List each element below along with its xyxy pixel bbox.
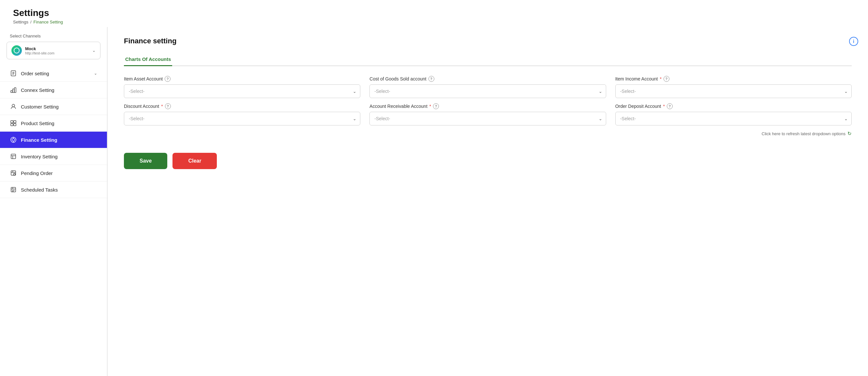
- breadcrumb-current: Finance Setting: [34, 20, 63, 25]
- svg-rect-5: [13, 89, 14, 93]
- channel-url: http://test-site.com: [25, 51, 89, 55]
- select-cost-of-goods[interactable]: -Select-: [369, 84, 606, 98]
- pending-order-icon: [10, 169, 17, 177]
- sidebar-channel-label: Select Channels: [0, 34, 107, 42]
- select-item-asset-account[interactable]: -Select-: [124, 84, 360, 98]
- sidebar-item-label-connex-setting: Connex Setting: [21, 87, 55, 93]
- select-account-receivable[interactable]: -Select-: [369, 112, 606, 126]
- sidebar-item-label-finance-setting: Finance Setting: [21, 137, 57, 143]
- channel-dropdown-arrow: ⌄: [92, 48, 96, 53]
- svg-rect-16: [11, 154, 16, 159]
- channel-selector[interactable]: Mock http://test-site.com ⌄: [6, 42, 100, 59]
- sidebar-item-label-customer-setting: Customer Setting: [21, 104, 59, 109]
- svg-rect-11: [14, 124, 16, 126]
- finance-setting-title: Finance setting: [124, 37, 852, 45]
- form-group-order-deposit: Order Deposit Account * ? -Select- ⌄: [615, 103, 852, 126]
- nav-item-left: Customer Setting: [10, 103, 59, 110]
- help-icon-cost-of-goods[interactable]: ?: [429, 76, 434, 82]
- sidebar-item-finance-setting[interactable]: Finance Setting: [0, 132, 107, 148]
- label-cost-of-goods: Cost of Goods Sold account ?: [369, 76, 606, 82]
- page-title: Settings: [13, 8, 855, 18]
- breadcrumb-root[interactable]: Settings: [13, 20, 28, 25]
- scheduled-tasks-icon: [10, 186, 17, 193]
- sidebar: Select Channels Mock http://test-site.co…: [0, 27, 107, 376]
- help-icon-item-asset[interactable]: ?: [165, 76, 170, 82]
- sidebar-item-connex-setting[interactable]: Connex Setting: [0, 82, 107, 98]
- breadcrumb: Settings / Finance Setting: [13, 20, 855, 25]
- refresh-dropdown-link[interactable]: Click here to refresh latest dropdown op…: [124, 131, 852, 137]
- form-group-account-receivable: Account Receivable Account * ? -Select- …: [369, 103, 606, 126]
- sidebar-item-label-pending-order: Pending Order: [21, 170, 53, 176]
- page-wrapper: Settings Settings / Finance Setting Sele…: [0, 0, 868, 376]
- sidebar-item-product-setting[interactable]: Product Setting: [0, 115, 107, 132]
- top-header: Settings Settings / Finance Setting: [0, 0, 868, 27]
- help-icon-item-income[interactable]: ?: [663, 76, 670, 82]
- help-icon-account-receivable[interactable]: ?: [433, 103, 439, 109]
- svg-rect-8: [11, 121, 13, 123]
- sidebar-item-label-order-setting: Order setting: [21, 71, 49, 76]
- customer-setting-icon: [10, 103, 17, 110]
- info-icon[interactable]: i: [849, 37, 858, 46]
- help-icon-order-deposit[interactable]: ?: [667, 103, 673, 109]
- label-order-deposit: Order Deposit Account * ?: [615, 103, 852, 109]
- select-wrapper-order-deposit: -Select- ⌄: [615, 112, 852, 126]
- sidebar-item-customer-setting[interactable]: Customer Setting: [0, 98, 107, 115]
- channel-name: Mock: [25, 46, 89, 51]
- select-item-income-account[interactable]: -Select-: [615, 84, 852, 98]
- channel-icon: [11, 45, 22, 56]
- select-wrapper-item-income: -Select- ⌄: [615, 84, 852, 98]
- svg-rect-9: [14, 121, 16, 123]
- svg-point-7: [12, 104, 15, 107]
- refresh-icon: ↻: [847, 131, 852, 137]
- sidebar-item-label-product-setting: Product Setting: [21, 121, 55, 126]
- select-order-deposit-account[interactable]: -Select-: [615, 112, 852, 126]
- required-item-income: *: [660, 76, 661, 81]
- save-button[interactable]: Save: [124, 153, 167, 169]
- sidebar-item-label-scheduled-tasks: Scheduled Tasks: [21, 187, 58, 193]
- sidebar-item-inventory-setting[interactable]: Inventory Setting: [0, 148, 107, 165]
- nav-item-left: Pending Order: [10, 169, 53, 177]
- order-setting-chevron: ⌄: [94, 71, 97, 76]
- required-account-receivable: *: [429, 104, 431, 109]
- label-account-receivable: Account Receivable Account * ?: [369, 103, 606, 109]
- select-wrapper-account-receivable: -Select- ⌄: [369, 112, 606, 126]
- sidebar-item-order-setting[interactable]: Order setting ⌄: [0, 65, 107, 82]
- nav-item-left: Finance Setting: [10, 136, 57, 143]
- nav-item-left: Inventory Setting: [10, 153, 58, 160]
- finance-setting-icon: [10, 136, 17, 143]
- svg-point-13: [12, 138, 15, 141]
- nav-item-left: Scheduled Tasks: [10, 186, 58, 193]
- nav-item-left: Connex Setting: [10, 87, 55, 94]
- form-group-discount-account: Discount Account * ? -Select- ⌄: [124, 103, 360, 126]
- tab-charts-of-accounts[interactable]: Charts Of Accounts: [124, 53, 172, 66]
- form-row-1: Item Asset Account ? -Select- ⌄ Cost of …: [124, 76, 852, 98]
- label-discount-account: Discount Account * ?: [124, 103, 360, 109]
- main-content: i Finance setting Charts Of Accounts Ite…: [107, 27, 868, 376]
- select-wrapper-discount: -Select- ⌄: [124, 112, 360, 126]
- nav-item-left: Order setting: [10, 70, 49, 77]
- svg-rect-6: [14, 88, 16, 93]
- nav-item-left: Product Setting: [10, 119, 55, 127]
- breadcrumb-separator: /: [30, 20, 32, 25]
- clear-button[interactable]: Clear: [173, 153, 217, 169]
- label-item-income: Item Income Account * ?: [615, 76, 852, 82]
- svg-rect-4: [11, 91, 12, 93]
- sidebar-item-pending-order[interactable]: Pending Order: [0, 165, 107, 181]
- connex-setting-icon: [10, 87, 17, 94]
- required-order-deposit: *: [663, 104, 665, 109]
- refresh-text: Click here to refresh latest dropdown op…: [762, 131, 845, 136]
- sidebar-item-label-inventory-setting: Inventory Setting: [21, 154, 58, 159]
- select-wrapper-cost-of-goods: -Select- ⌄: [369, 84, 606, 98]
- tabs-bar: Charts Of Accounts: [124, 53, 852, 66]
- order-setting-icon: [10, 70, 17, 77]
- form-group-item-income: Item Income Account * ? -Select- ⌄: [615, 76, 852, 98]
- action-buttons: Save Clear: [124, 153, 852, 169]
- sidebar-item-scheduled-tasks[interactable]: Scheduled Tasks: [0, 181, 107, 198]
- select-discount-account[interactable]: -Select-: [124, 112, 360, 126]
- label-item-asset-account: Item Asset Account ?: [124, 76, 360, 82]
- form-group-cost-of-goods: Cost of Goods Sold account ? -Select- ⌄: [369, 76, 606, 98]
- help-icon-discount[interactable]: ?: [165, 103, 171, 109]
- inventory-setting-icon: [10, 153, 17, 160]
- main-layout: Select Channels Mock http://test-site.co…: [0, 27, 868, 376]
- form-group-item-asset-account: Item Asset Account ? -Select- ⌄: [124, 76, 360, 98]
